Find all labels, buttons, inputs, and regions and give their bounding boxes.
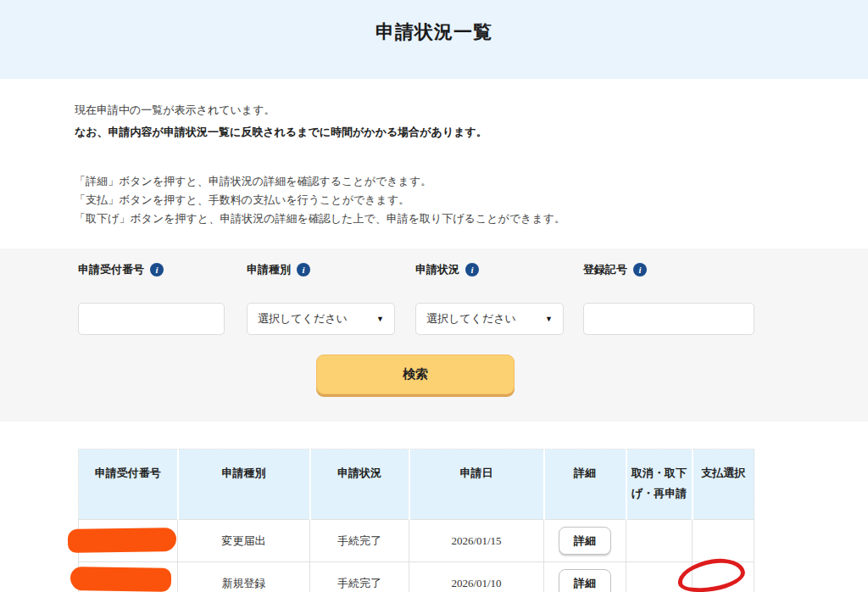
cell-application-status: 手続完了 [310, 562, 409, 592]
cell-application-type: 変更届出 [178, 520, 310, 562]
application-type-select[interactable]: 選択してください ▼ [247, 303, 395, 335]
chevron-down-icon: ▼ [376, 315, 384, 323]
registration-mark-label-text: 登録記号 [583, 262, 627, 277]
registration-mark-label: 登録記号 i [583, 262, 647, 277]
instruction-detail: 「詳細」ボタンを押すと、申請状況の詳細を確認することができます。 [75, 172, 868, 191]
intro-instructions: 「詳細」ボタンを押すと、申請状況の詳細を確認することができます。 「支払」ボタン… [75, 172, 868, 228]
application-status-select[interactable]: 選択してください ▼ [415, 303, 564, 335]
detail-button[interactable]: 詳細 [559, 527, 611, 555]
application-status-label: 申請状況 i [415, 262, 479, 277]
registration-mark-input[interactable] [583, 303, 754, 335]
cell-cancel-withdraw-reapply [626, 520, 693, 562]
header-receipt-number: 申請受付番号 [79, 450, 178, 520]
cell-detail: 詳細 [544, 520, 626, 562]
receipt-number-input[interactable] [78, 303, 225, 335]
application-status-selected-value: 選択してください [426, 311, 516, 327]
header-application-type: 申請種別 [178, 450, 310, 520]
header-payment-select: 支払選択 [693, 450, 754, 520]
info-icon[interactable]: i [150, 263, 164, 276]
receipt-number-label: 申請受付番号 i [78, 262, 164, 277]
application-type-selected-value: 選択してください [258, 311, 348, 327]
chevron-down-icon: ▼ [545, 315, 553, 323]
header-application-status: 申請状況 [310, 450, 409, 520]
table-row: 新規登録 手続完了 2026/01/10 詳細 [79, 562, 754, 592]
application-type-label: 申請種別 i [247, 262, 310, 277]
instruction-withdraw: 「取下げ」ボタンを押すと、申請状況の詳細を確認した上で、申請を取り下げることがで… [75, 209, 868, 228]
page-title: 申請状況一覧 [0, 0, 868, 45]
application-status-label-text: 申請状況 [415, 262, 459, 277]
search-button[interactable]: 検索 [316, 355, 515, 394]
receipt-number-label-text: 申請受付番号 [78, 262, 144, 277]
header-cancel-withdraw-reapply: 取消・取下げ・再申請 [626, 450, 693, 520]
cell-application-date: 2026/01/10 [409, 562, 544, 592]
detail-button[interactable]: 詳細 [559, 569, 611, 592]
application-status-table: 申請受付番号 申請種別 申請状況 申請日 詳細 取消・取下げ・再申請 支払選択 … [78, 449, 754, 592]
cell-application-date: 2026/01/15 [409, 520, 544, 562]
info-icon[interactable]: i [297, 263, 310, 276]
instruction-payment: 「支払」ボタンを押すと、手数料の支払いを行うことができます。 [75, 191, 868, 209]
field-group-receipt-number: 申請受付番号 i [78, 262, 164, 277]
title-band: 申請状況一覧 [0, 0, 868, 79]
application-status-page: 申請状況一覧 現在申請中の一覧が表示されています。 なお、申請内容が申請状況一覧… [0, 0, 868, 592]
cell-detail: 詳細 [544, 562, 626, 592]
redaction-marker [68, 528, 176, 553]
cell-application-type: 新規登録 [178, 562, 310, 592]
info-icon[interactable]: i [633, 263, 647, 276]
info-icon[interactable]: i [465, 263, 479, 276]
cell-payment-select [693, 520, 754, 562]
table-row: 変更届出 手続完了 2026/01/15 詳細 [79, 520, 754, 562]
table-header-row: 申請受付番号 申請種別 申請状況 申請日 詳細 取消・取下げ・再申請 支払選択 [79, 450, 754, 520]
field-group-registration-mark: 登録記号 i [583, 262, 647, 277]
intro-line1: 現在申請中の一覧が表示されています。 [75, 102, 868, 119]
application-type-label-text: 申請種別 [247, 262, 291, 277]
redaction-marker [70, 567, 171, 592]
field-group-application-status: 申請状況 i 選択してください ▼ [415, 262, 479, 277]
search-section: 申請受付番号 i 申請種別 i 選択してください ▼ 申請状況 i 選択してくだ… [0, 249, 868, 422]
header-detail: 詳細 [544, 450, 626, 520]
intro-line2-bold: なお、申請内容が申請状況一覧に反映されるまでに時間がかかる場合があります。 [75, 124, 868, 141]
header-application-date: 申請日 [409, 450, 544, 520]
field-group-application-type: 申請種別 i 選択してください ▼ [247, 262, 310, 277]
cell-application-status: 手続完了 [310, 520, 409, 562]
intro-section: 現在申請中の一覧が表示されています。 なお、申請内容が申請状況一覧に反映されるま… [0, 79, 868, 249]
